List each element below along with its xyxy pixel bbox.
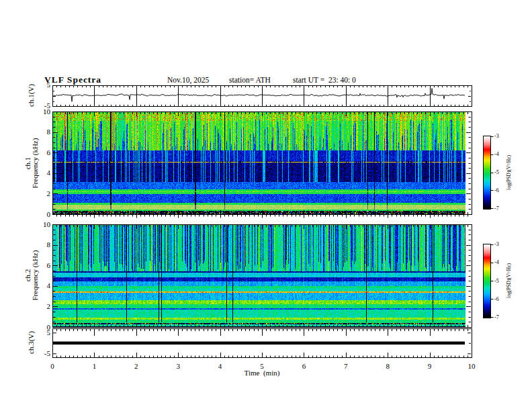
tick-label: 8 (386, 362, 390, 370)
tick-label: -5 (26, 349, 50, 357)
tick-label: -5 (494, 169, 499, 175)
colorbar-ch2 (483, 244, 494, 319)
ch1-waveform-plot (52, 85, 472, 107)
tick-label: -4 (494, 259, 499, 265)
tick-label: 10 (468, 362, 476, 370)
tick-label: 10 (26, 107, 50, 116)
ch2-frequency-axis-label: ch.2 Frequency (kHz) (24, 250, 39, 301)
tick-label: 1 (93, 362, 97, 370)
tick-label: -3 (494, 133, 499, 139)
header-date: Nov.10, 2025 (167, 76, 209, 84)
tick-label: 10 (26, 220, 50, 228)
tick-label: 3 (176, 362, 180, 370)
tick-label: -6 (494, 296, 499, 302)
tick-label: 8 (26, 240, 50, 248)
tick-label: 8 (26, 128, 50, 136)
time-axis-label: Time (min) (245, 369, 280, 377)
tick-label: -7 (494, 314, 499, 320)
tick-label: 2 (134, 362, 138, 370)
ch3-waveform-plot (52, 328, 472, 358)
tick-label: -5 (494, 278, 499, 284)
tick-label: 0 (26, 210, 50, 218)
tick-label: 5 (26, 81, 50, 89)
tick-label: 9 (428, 362, 432, 370)
tick-label: 6 (26, 148, 50, 156)
tick-label: 2 (26, 302, 50, 310)
tick-label: 2 (26, 189, 50, 197)
colorbar-ch1 (483, 136, 494, 210)
tick-label: 0 (50, 362, 54, 370)
tick-label: 7 (344, 362, 348, 370)
tick-label: 4 (26, 169, 50, 177)
tick-label: 5 (26, 328, 50, 336)
tick-label: -6 (494, 187, 499, 193)
header-station: station= ATH (229, 76, 271, 84)
tick-label: 4 (218, 362, 222, 370)
colorbar-ch1-unit-label: log(PSD)(V²/Hz) (506, 155, 512, 190)
page-title: VLF Spectra (44, 75, 101, 85)
tick-label: 6 (302, 362, 306, 370)
ch1-frequency-axis-label: ch.1 Frequency (kHz) (24, 138, 39, 189)
tick-label: 6 (26, 261, 50, 269)
header-start-ut: start UT = 23: 40: 0 (293, 76, 356, 84)
vlf-spectra-figure: VLF Spectra Nov.10, 2025 station= ATH st… (0, 0, 532, 411)
tick-label: -3 (494, 241, 499, 247)
ch1-spectrogram-plot (52, 111, 472, 219)
tick-label: -4 (494, 151, 499, 157)
tick-label: -7 (494, 205, 499, 212)
colorbar-ch2-unit-label: log(PSD)(V²/Hz) (506, 263, 512, 298)
ch2-spectrogram-plot (52, 224, 472, 332)
tick-label: 4 (26, 281, 50, 289)
